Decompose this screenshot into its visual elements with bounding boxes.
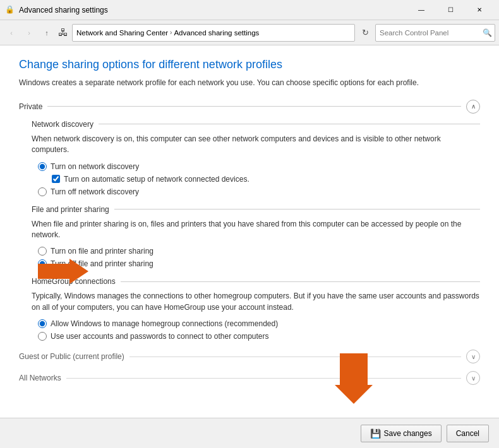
section-private-header: Private ∧: [19, 100, 480, 114]
network-discovery-options: Turn on network discovery Turn on automa…: [38, 162, 480, 196]
section-private: Private ∧ Network discovery When network…: [19, 100, 480, 341]
refresh-button[interactable]: ↻: [358, 25, 373, 40]
subsection-file-printer-header: File and printer sharing: [32, 205, 480, 214]
window-title: Advanced sharing settings: [19, 6, 407, 15]
section-all-networks-header: All Networks ∨: [19, 371, 480, 385]
radio-homegroup-windows-input[interactable]: [38, 319, 47, 328]
subsection-homegroup: HomeGroup connections Typically, Windows…: [32, 277, 480, 341]
breadcrumb-bar[interactable]: Network and Sharing Center › Advanced sh…: [72, 24, 355, 42]
search-button[interactable]: 🔍: [481, 27, 493, 38]
page-description: Windows creates a separate network profi…: [19, 78, 480, 88]
checkbox-auto-setup[interactable]: Turn on automatic setup of network conne…: [52, 175, 480, 184]
up-button[interactable]: ↑: [39, 25, 54, 40]
breadcrumb-sep-1: ›: [170, 29, 172, 36]
subsection-homegroup-header: HomeGroup connections: [32, 277, 480, 286]
subsection-homegroup-line: [121, 281, 480, 282]
subsection-network-discovery: Network discovery When network discovery…: [32, 120, 480, 196]
section-all-networks-line: [66, 378, 461, 379]
section-all-networks-toggle[interactable]: ∨: [466, 371, 480, 385]
cancel-button[interactable]: Cancel: [447, 425, 489, 442]
forward-button[interactable]: ›: [21, 25, 37, 40]
homegroup-options: Allow Windows to manage homegroup connec…: [38, 319, 480, 341]
network-discovery-desc: When network discovery is on, this compu…: [32, 134, 480, 156]
homegroup-desc: Typically, Windows manages the connectio…: [32, 291, 480, 313]
window-controls: — ☐ ✕: [407, 0, 494, 20]
radio-discovery-on-label: Turn on network discovery: [51, 162, 139, 171]
subsection-file-printer: File and printer sharing When file and p…: [32, 205, 480, 269]
breadcrumb-network-sharing[interactable]: Network and Sharing Center: [76, 29, 168, 37]
addressbar: ‹ › ↑ 🖧 Network and Sharing Center › Adv…: [0, 20, 499, 45]
section-private-line: [47, 106, 461, 107]
radio-discovery-off[interactable]: Turn off network discovery: [38, 187, 480, 196]
subsection-network-discovery-label: Network discovery: [32, 120, 93, 129]
section-guest-public: Guest or Public (current profile) ∨: [19, 350, 480, 363]
save-changes-label: Save changes: [384, 429, 432, 438]
subsection-network-discovery-line: [99, 124, 480, 124]
cancel-label: Cancel: [456, 429, 479, 438]
radio-homegroup-user-input[interactable]: [38, 332, 47, 341]
page-title: Change sharing options for different net…: [19, 58, 480, 71]
minimize-button[interactable]: —: [407, 0, 436, 20]
section-private-label: Private: [19, 102, 42, 111]
section-private-toggle[interactable]: ∧: [466, 100, 480, 114]
radio-sharing-off[interactable]: Turn off file and printer sharing: [38, 259, 480, 268]
radio-homegroup-windows[interactable]: Allow Windows to manage homegroup connec…: [38, 319, 480, 328]
location-icon: 🖧: [58, 27, 68, 38]
radio-homegroup-user-label: Use user accounts and passwords to conne…: [51, 332, 269, 341]
radio-homegroup-user[interactable]: Use user accounts and passwords to conne…: [38, 332, 480, 341]
titlebar: 🔒 Advanced sharing settings — ☐ ✕: [0, 0, 499, 20]
section-all-networks: All Networks ∨: [19, 371, 480, 385]
checkbox-auto-setup-label: Turn on automatic setup of network conne…: [64, 175, 250, 184]
radio-sharing-on-input[interactable]: [38, 247, 47, 256]
radio-discovery-off-input[interactable]: [38, 187, 47, 196]
main-content: Change sharing options for different net…: [0, 45, 499, 418]
radio-discovery-off-label: Turn off network discovery: [51, 187, 139, 196]
section-guest-public-label: Guest or Public (current profile): [19, 352, 124, 361]
radio-sharing-off-input[interactable]: [38, 259, 47, 268]
section-guest-public-header: Guest or Public (current profile) ∨: [19, 350, 480, 363]
save-changes-button[interactable]: 💾 Save changes: [361, 425, 442, 442]
save-icon: 💾: [370, 428, 381, 439]
radio-discovery-on[interactable]: Turn on network discovery: [38, 162, 480, 171]
radio-sharing-off-label: Turn off file and printer sharing: [51, 259, 153, 268]
search-input[interactable]: [375, 24, 495, 42]
section-guest-public-line: [129, 357, 461, 357]
subsection-file-printer-line: [114, 209, 480, 209]
bottom-bar: 💾 Save changes Cancel: [0, 418, 499, 448]
subsection-file-printer-label: File and printer sharing: [32, 205, 109, 214]
section-guest-public-toggle[interactable]: ∨: [466, 350, 480, 363]
search-wrap: 🔍: [375, 24, 495, 42]
file-printer-desc: When file and printer sharing is on, fil…: [32, 219, 480, 241]
subsection-network-discovery-header: Network discovery: [32, 120, 480, 129]
section-all-networks-label: All Networks: [19, 374, 61, 382]
radio-sharing-on-label: Turn on file and printer sharing: [51, 247, 153, 256]
radio-homegroup-windows-label: Allow Windows to manage homegroup connec…: [51, 319, 278, 328]
subsection-homegroup-label: HomeGroup connections: [32, 277, 116, 286]
maximize-button[interactable]: ☐: [436, 0, 465, 20]
close-button[interactable]: ✕: [465, 0, 494, 20]
back-button[interactable]: ‹: [4, 25, 19, 40]
file-printer-options: Turn on file and printer sharing Turn of…: [38, 247, 480, 268]
radio-sharing-on[interactable]: Turn on file and printer sharing: [38, 247, 480, 256]
radio-discovery-on-input[interactable]: [38, 162, 47, 171]
breadcrumb-current: Advanced sharing settings: [174, 29, 259, 37]
window-icon: 🔒: [5, 5, 15, 15]
checkbox-auto-setup-input[interactable]: [52, 175, 60, 183]
